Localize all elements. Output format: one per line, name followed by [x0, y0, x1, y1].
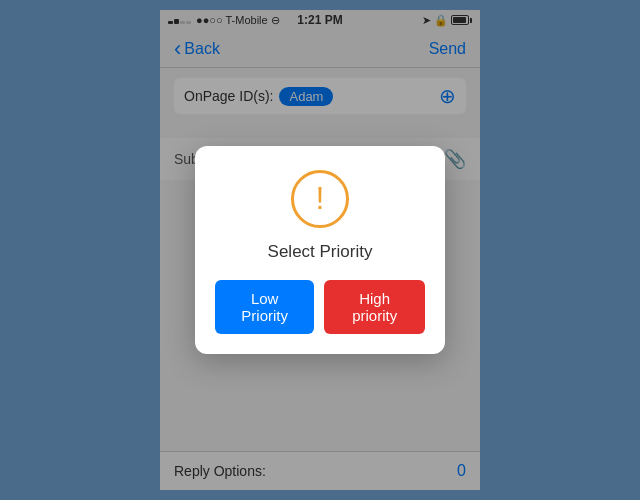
high-priority-button[interactable]: High priority	[324, 280, 425, 334]
low-priority-button[interactable]: Low Priority	[215, 280, 314, 334]
modal-overlay: ! Select Priority Low Priority High prio…	[160, 10, 480, 490]
modal-title: Select Priority	[268, 242, 373, 262]
modal-buttons: Low Priority High priority	[215, 280, 425, 334]
warning-icon: !	[291, 170, 349, 228]
priority-modal: ! Select Priority Low Priority High prio…	[195, 146, 445, 354]
phone-screen: ●●○○ T-Mobile ⊖ 1:21 PM ➤ 🔒 Back Send On…	[160, 10, 480, 490]
exclamation-icon: !	[316, 182, 325, 214]
